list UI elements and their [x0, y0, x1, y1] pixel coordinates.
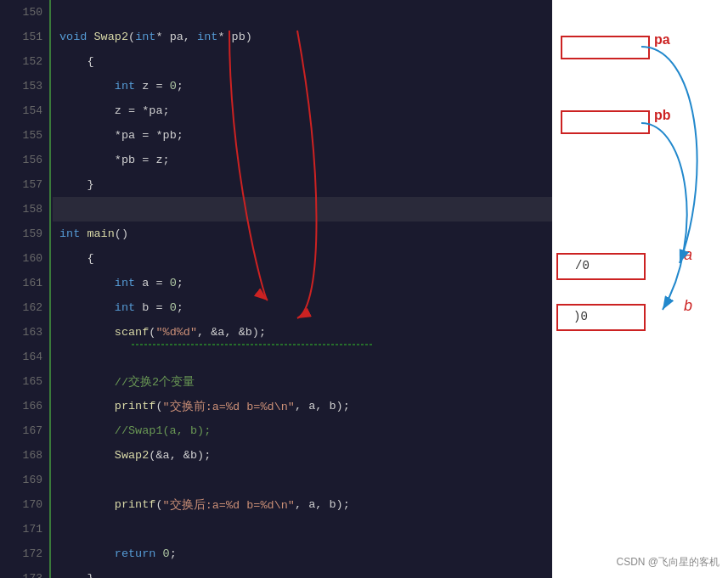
line-num-170: 170 [0, 492, 49, 517]
code-line-154: z = *pa; [53, 98, 552, 123]
line-num-166: 166 [0, 394, 49, 418]
code-line-160: { [53, 246, 552, 271]
code-line-163: scanf("%d%d", &a, &b); [53, 320, 552, 345]
watermark: CSDN @飞向星的客机 [616, 555, 720, 570]
line-numbers: 150 151 152 153 154 155 156 157 158 159 … [0, 0, 51, 578]
line-num-159: 159 [0, 222, 49, 246]
pb-box [561, 110, 650, 134]
line-num-168: 168 [0, 443, 49, 468]
line-num-157: 157 [0, 172, 49, 197]
a-value-box: /0 [556, 253, 646, 280]
code-line-168: Swap2(&a, &b); [53, 443, 552, 468]
line-num-151: 151 [0, 25, 49, 49]
line-num-163: 163 [0, 320, 49, 345]
line-num-160: 160 [0, 246, 49, 271]
code-line-166: printf("交换前:a=%d b=%d\n", a, b); [53, 394, 552, 418]
code-line-162: int b = 0; [53, 295, 552, 320]
line-num-169: 169 [0, 468, 49, 492]
code-line-165: //交换2个变量 [53, 369, 552, 394]
b-hand-label: b [684, 297, 692, 315]
line-num-152: 152 [0, 49, 49, 74]
line-num-164: 164 [0, 345, 49, 369]
code-line-167: //Swap1(a, b); [53, 418, 552, 443]
b-value-box: )0 [556, 304, 646, 331]
code-line-150 [53, 0, 552, 25]
a-hand-label: a [684, 246, 692, 264]
line-num-155: 155 [0, 123, 49, 148]
pa-box [561, 36, 650, 59]
code-line-169 [53, 468, 552, 492]
line-num-167: 167 [0, 418, 49, 443]
code-line-159: int main() [53, 222, 552, 246]
code-line-172: return 0; [53, 542, 552, 566]
line-num-156: 156 [0, 148, 49, 172]
line-num-173: 173 [0, 566, 49, 578]
pa-label: pa [654, 32, 670, 48]
line-num-154: 154 [0, 98, 49, 123]
line-num-172: 172 [0, 542, 49, 566]
code-line-155: *pa = *pb; [53, 123, 552, 148]
code-editor: 150 151 152 153 154 155 156 157 158 159 … [0, 0, 552, 578]
line-num-161: 161 [0, 271, 49, 295]
code-line-156: *pb = z; [53, 148, 552, 172]
code-line-173: } [53, 566, 552, 578]
line-num-150: 150 [0, 0, 49, 25]
code-line-161: int a = 0; [53, 271, 552, 295]
code-line-164 [53, 345, 552, 369]
line-num-171: 171 [0, 517, 49, 542]
code-line-171 [53, 517, 552, 542]
code-content: void Swap2(int* pa, int* pb) { int z = 0… [53, 0, 552, 578]
code-line-170: printf("交换后:a=%d b=%d\n", a, b); [53, 492, 552, 517]
line-num-162: 162 [0, 295, 49, 320]
code-line-153: int z = 0; [53, 74, 552, 98]
pb-label: pb [654, 108, 671, 123]
code-line-151: void Swap2(int* pa, int* pb) [53, 25, 552, 49]
line-num-165: 165 [0, 369, 49, 394]
line-num-153: 153 [0, 74, 49, 98]
line-num-158: 158 [0, 197, 49, 222]
annotation-area: pa pb /0 a )0 b [552, 0, 728, 578]
code-line-152: { [53, 49, 552, 74]
code-line-158 [53, 197, 552, 222]
code-line-157: } [53, 172, 552, 197]
